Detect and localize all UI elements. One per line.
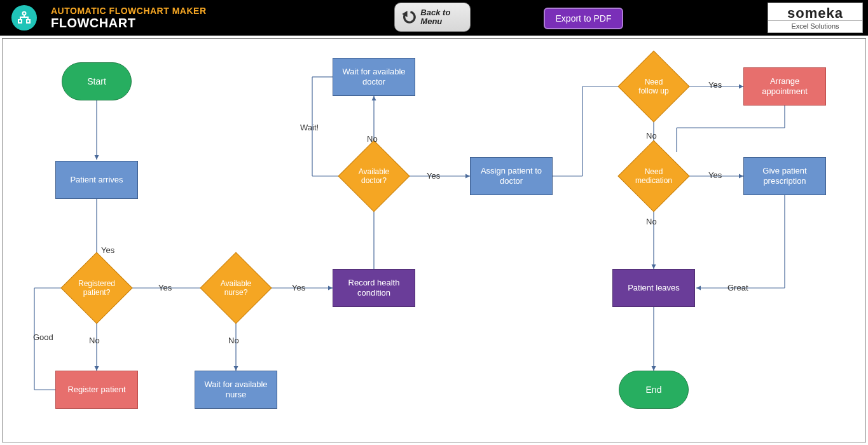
node-patient-arrives[interactable]: Patient arrives: [55, 161, 138, 199]
edge-label-yes: Yes: [708, 80, 722, 90]
edge-label-yes: Yes: [158, 283, 172, 292]
brand-logo: someka Excel Solutions: [768, 3, 863, 33]
page-title: FLOWCHART: [51, 16, 207, 31]
edge-label-good: Good: [33, 332, 53, 342]
node-need-follow-up[interactable]: Need follow up: [628, 61, 679, 112]
node-registered-patient[interactable]: Registered patient?: [71, 263, 122, 313]
brand-name: someka: [787, 6, 843, 20]
flowchart-canvas: Start Patient arrives Registered patient…: [2, 38, 866, 442]
app-title: AUTOMATIC FLOWCHART MAKER: [51, 6, 207, 16]
edge-label-no: No: [228, 336, 239, 345]
edge-label-yes: Yes: [292, 283, 305, 292]
node-patient-leaves[interactable]: Patient leaves: [612, 269, 695, 307]
header-titles: AUTOMATIC FLOWCHART MAKER FLOWCHART: [51, 6, 207, 31]
edge-label-great: Great: [727, 283, 748, 292]
node-give-prescription[interactable]: Give patient prescription: [743, 157, 826, 195]
edge-label-no: No: [89, 336, 100, 345]
node-start[interactable]: Start: [62, 62, 132, 100]
edge-label-no: No: [646, 217, 657, 226]
back-to-menu-button[interactable]: Back to Menu: [394, 3, 471, 32]
node-record-health[interactable]: Record health condition: [333, 269, 415, 307]
edge-label-no: No: [646, 131, 657, 140]
node-wait-nurse[interactable]: Wait for available nurse: [195, 371, 277, 409]
node-assign-patient[interactable]: Assign patient to doctor: [470, 157, 553, 195]
edge-label-yes: Yes: [101, 245, 114, 255]
svg-rect-1: [18, 20, 22, 23]
node-available-doctor[interactable]: Available doctor?: [348, 151, 399, 202]
node-arrange-appointment[interactable]: Arrange appointment: [743, 67, 826, 106]
node-need-medication[interactable]: Need medication: [628, 151, 679, 202]
app-logo-icon: [11, 5, 37, 31]
node-available-nurse[interactable]: Available nurse?: [210, 263, 261, 313]
node-end[interactable]: End: [619, 371, 689, 409]
back-label: Back to Menu: [420, 8, 465, 27]
back-arrow-icon: [400, 7, 417, 27]
edge-label-no: No: [367, 134, 378, 144]
edge-label-yes: Yes: [427, 171, 440, 181]
header: AUTOMATIC FLOWCHART MAKER FLOWCHART Back…: [0, 0, 868, 36]
svg-point-0: [23, 12, 26, 15]
node-register-patient[interactable]: Register patient: [55, 371, 138, 409]
edge-label-yes: Yes: [708, 170, 722, 180]
export-pdf-button[interactable]: Export to PDF: [544, 8, 623, 29]
svg-rect-2: [27, 20, 30, 23]
brand-subtitle: Excel Solutions: [768, 20, 862, 30]
node-wait-doctor[interactable]: Wait for available doctor: [333, 58, 415, 96]
edge-label-wait: Wait!: [300, 123, 319, 132]
